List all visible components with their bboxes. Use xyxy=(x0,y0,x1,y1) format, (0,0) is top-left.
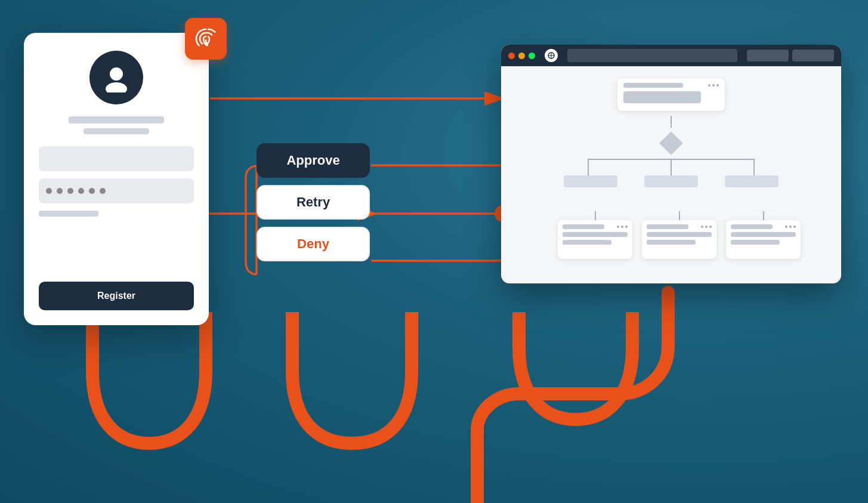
svg-point-1 xyxy=(106,82,127,92)
wf-dot xyxy=(701,226,703,228)
wf-dot xyxy=(625,226,628,228)
approve-label: Approve xyxy=(286,153,339,168)
wf-bottom-title xyxy=(731,224,773,229)
wf-dot xyxy=(617,226,619,228)
wf-node-header xyxy=(623,83,719,88)
approve-button[interactable]: Approve xyxy=(257,143,370,178)
svg-point-0 xyxy=(110,67,123,81)
user-icon xyxy=(101,63,131,92)
close-dot[interactable] xyxy=(508,53,515,59)
wf-bottom-header xyxy=(731,224,796,229)
wf-top-node xyxy=(617,78,725,111)
wf-dot xyxy=(621,226,623,228)
wf-dot xyxy=(712,84,715,87)
wf-bottom-title xyxy=(647,224,688,229)
wf-bottom-header xyxy=(647,224,712,229)
password-field[interactable] xyxy=(39,178,194,203)
wf-dots xyxy=(708,84,719,87)
wf-small-node-mid xyxy=(644,175,698,187)
wf-small-node-left xyxy=(564,175,617,187)
wf-v-bottom-right xyxy=(763,211,764,220)
wf-bar-1 xyxy=(563,232,628,237)
wf-bar-2 xyxy=(731,240,780,245)
avatar xyxy=(89,51,143,104)
wf-bar-2 xyxy=(563,240,611,245)
wf-dot xyxy=(789,226,792,228)
password-dot xyxy=(78,188,84,194)
wf-bottom-title xyxy=(563,224,604,229)
password-dot xyxy=(57,188,63,194)
username-field[interactable] xyxy=(39,146,194,171)
browser-btn-2[interactable] xyxy=(792,50,834,61)
wf-dot xyxy=(716,84,719,87)
wf-bottom-dots xyxy=(617,226,628,228)
password-dot xyxy=(67,188,73,194)
action-buttons: Approve Retry Deny xyxy=(257,143,370,261)
wf-title-line xyxy=(623,83,683,88)
workflow-area xyxy=(501,66,841,271)
register-button[interactable]: Register xyxy=(39,282,194,310)
forgot-line xyxy=(39,211,98,217)
wf-content-bar xyxy=(623,91,701,103)
wf-bottom-node-mid xyxy=(642,220,716,259)
wf-bar-1 xyxy=(647,232,712,237)
password-dot xyxy=(89,188,95,194)
minimize-dot[interactable] xyxy=(518,53,525,59)
maximize-dot[interactable] xyxy=(529,53,535,59)
fingerprint-icon xyxy=(194,27,218,51)
wf-bar-2 xyxy=(647,240,696,245)
deny-button[interactable]: Deny xyxy=(257,227,370,261)
retry-button[interactable]: Retry xyxy=(257,185,370,220)
wf-small-node-right xyxy=(725,175,779,187)
wf-bottom-header xyxy=(563,224,628,229)
wf-v-drop-mid xyxy=(671,159,672,177)
fingerprint-badge xyxy=(185,18,227,60)
mobile-card: Register xyxy=(24,33,209,325)
wf-dot xyxy=(785,226,787,228)
password-dot xyxy=(46,188,52,194)
wf-v-bottom-left xyxy=(595,211,596,220)
retry-label: Retry xyxy=(296,195,330,210)
wf-diamond xyxy=(659,131,683,155)
wf-bottom-node-left xyxy=(558,220,632,259)
wf-dot xyxy=(793,226,796,228)
browser-window xyxy=(501,45,841,283)
wf-v-drop-left xyxy=(588,159,589,177)
wf-dot xyxy=(709,226,712,228)
browser-logo xyxy=(545,49,558,62)
wf-dot xyxy=(705,226,708,228)
password-dot xyxy=(100,188,106,194)
browser-titlebar xyxy=(501,45,841,66)
wf-bottom-dots xyxy=(785,226,796,228)
wf-v-drop-right xyxy=(753,159,755,177)
browser-btn-1[interactable] xyxy=(747,50,789,61)
name-line-1 xyxy=(69,116,164,124)
wf-connector-v1 xyxy=(671,116,672,128)
browser-buttons xyxy=(747,50,834,61)
register-label: Register xyxy=(97,291,135,301)
wf-v-bottom-mid xyxy=(679,211,680,220)
wf-dot xyxy=(708,84,711,87)
url-bar[interactable] xyxy=(567,49,737,62)
name-lines xyxy=(39,116,194,134)
wf-bar-1 xyxy=(731,232,796,237)
name-line-2 xyxy=(84,128,149,134)
wf-bottom-dots xyxy=(701,226,712,228)
wf-bottom-node-right xyxy=(726,220,801,259)
deny-label: Deny xyxy=(297,236,329,252)
